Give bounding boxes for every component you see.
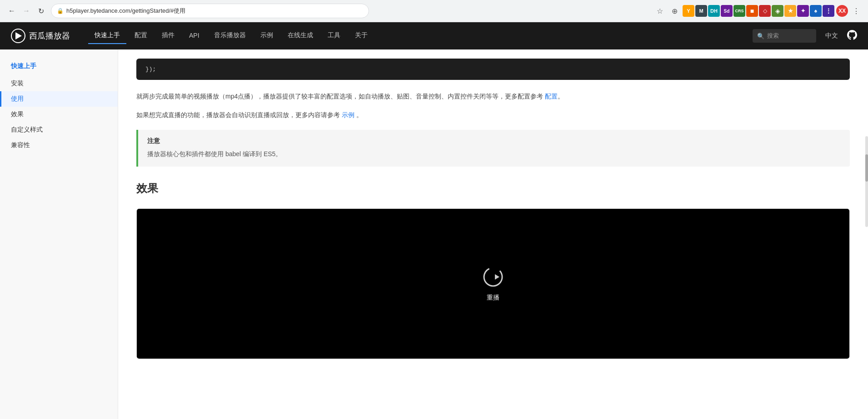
nav-examples[interactable]: 示例 (254, 28, 279, 44)
sidebar-item-custom[interactable]: 自定义样式 (0, 122, 118, 138)
url-text: h5player.bytedance.com/gettingStarted/#使… (66, 7, 185, 15)
ext-sparkle-icon[interactable]: ✦ (797, 5, 809, 17)
ext-dh-icon[interactable]: DH (708, 5, 720, 17)
ext-sd-icon[interactable]: Sd (721, 5, 733, 17)
sidebar-item-use[interactable]: 使用 (0, 91, 118, 107)
video-player[interactable]: 重播 (137, 209, 849, 359)
extension-puzzle-button[interactable]: ⊕ (668, 5, 681, 17)
nav-api[interactable]: API (183, 28, 206, 44)
description-2: 如果想完成直播的功能，播放器会自动识别直播或回放，更多内容请参考 示例 。 (136, 109, 850, 121)
note-content: 播放器核心包和插件都使用 babel 编译到 ES5。 (147, 149, 841, 159)
page-wrapper: 西瓜播放器 快速上手 配置 插件 API 音乐播放器 示例 在线生成 工具 关于… (0, 22, 868, 419)
content-area: 快速上手 安装 使用 效果 自定义样式 兼容性 }); 就两步完成最简单的视频播… (0, 49, 868, 419)
ext-spade-icon[interactable]: ♠ (810, 5, 822, 17)
refresh-button[interactable]: ↻ (35, 5, 47, 17)
ext-menu-icon[interactable]: ⋮ (823, 5, 834, 17)
nav-music[interactable]: 音乐播放器 (208, 28, 252, 44)
bookmark-button[interactable]: ☆ (653, 5, 666, 17)
effect-section-heading: 效果 (136, 181, 850, 199)
extensions-bar: Y M DH Sd CRS ■ ◇ ◈ ★ ✦ ♠ ⋮ (683, 5, 834, 17)
scroll-indicator[interactable] (865, 136, 868, 227)
back-button[interactable]: ← (5, 5, 18, 17)
nav-quickstart[interactable]: 快速上手 (88, 28, 126, 44)
ext-box2-icon[interactable]: ◇ (759, 5, 771, 17)
replay-text[interactable]: 重播 (487, 294, 499, 302)
sidebar: 快速上手 安装 使用 效果 自定义样式 兼容性 (0, 49, 118, 419)
lang-button[interactable]: 中文 (822, 30, 842, 42)
ext-diamond-icon[interactable]: ◈ (772, 5, 783, 17)
nav-links: 快速上手 配置 插件 API 音乐播放器 示例 在线生成 工具 关于 (88, 28, 753, 44)
nav-about[interactable]: 关于 (349, 28, 374, 44)
logo-play-icon (15, 32, 22, 39)
ext-cors-icon[interactable]: CRS (733, 5, 745, 17)
search-icon: 🔍 (757, 33, 764, 39)
main-content: }); 就两步完成最简单的视频播放（mp4点播），播放器提供了较丰富的配置选项，… (118, 49, 868, 419)
sidebar-section-title: 快速上手 (0, 59, 118, 74)
sidebar-item-compat[interactable]: 兼容性 (0, 138, 118, 153)
examples-link2[interactable]: 示例 (342, 111, 354, 118)
description-1: 就两步完成最简单的视频播放（mp4点播），播放器提供了较丰富的配置选项，如自动播… (136, 91, 850, 102)
logo[interactable]: 西瓜播放器 (11, 29, 70, 43)
browser-chrome: ← → ↻ 🔒 h5player.bytedance.com/gettingSt… (0, 0, 868, 22)
chrome-menu-button[interactable]: ⋮ (850, 5, 863, 17)
logo-text: 西瓜播放器 (29, 30, 70, 41)
player-container: 重播 (136, 208, 850, 359)
sidebar-item-effect[interactable]: 效果 (0, 107, 118, 122)
search-box[interactable]: 🔍 搜索 (753, 29, 816, 43)
ext-star-icon[interactable]: ★ (784, 5, 796, 17)
forward-button[interactable]: → (20, 5, 33, 17)
github-button[interactable] (847, 30, 857, 42)
nav-tools[interactable]: 工具 (321, 28, 347, 44)
browser-actions: ☆ ⊕ Y M DH Sd CRS ■ ◇ ◈ ★ ✦ ♠ ⋮ XX ⋮ (653, 5, 863, 17)
note-block: 注意 播放器核心包和插件都使用 babel 编译到 ES5。 (136, 130, 850, 166)
config-link[interactable]: 配置 (545, 93, 558, 100)
note-title: 注意 (147, 137, 841, 145)
address-bar[interactable]: 🔒 h5player.bytedance.com/gettingStarted/… (51, 4, 369, 18)
logo-icon (11, 29, 25, 43)
nav-plugins[interactable]: 插件 (155, 28, 181, 44)
ext-y-icon[interactable]: Y (683, 5, 694, 17)
scroll-thumb (865, 154, 868, 182)
secure-icon: 🔒 (57, 8, 64, 14)
ext-m-icon[interactable]: M (695, 5, 707, 17)
nav-buttons: ← → ↻ (5, 5, 47, 17)
svg-marker-1 (495, 274, 499, 280)
search-placeholder: 搜索 (767, 32, 779, 40)
replay-icon (482, 266, 504, 288)
profile-avatar[interactable]: XX (836, 5, 848, 17)
code-snippet: }); (145, 66, 156, 73)
nav-config[interactable]: 配置 (128, 28, 154, 44)
nav-online[interactable]: 在线生成 (281, 28, 319, 44)
code-block: }); (136, 59, 850, 80)
sidebar-item-install[interactable]: 安装 (0, 76, 118, 91)
nav-right: 🔍 搜索 中文 (753, 29, 857, 43)
ext-box1-icon[interactable]: ■ (746, 5, 758, 17)
top-navbar: 西瓜播放器 快速上手 配置 插件 API 音乐播放器 示例 在线生成 工具 关于… (0, 22, 868, 49)
browser-toolbar: ← → ↻ 🔒 h5player.bytedance.com/gettingSt… (0, 0, 868, 22)
